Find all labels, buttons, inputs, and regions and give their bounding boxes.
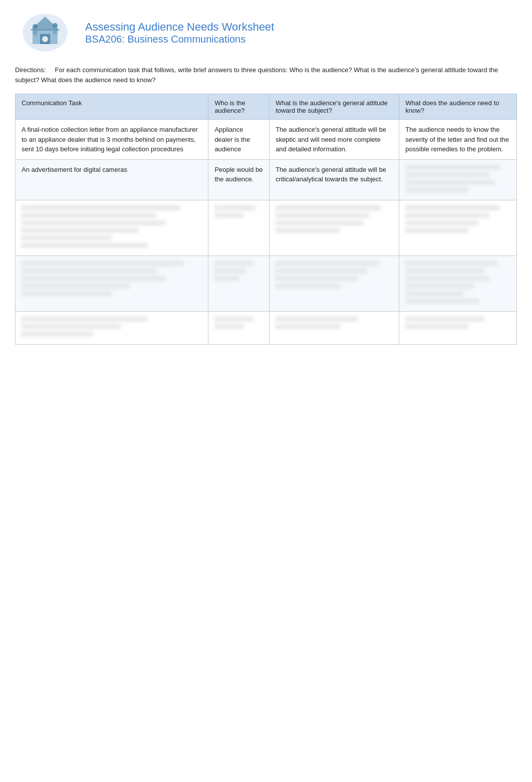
need-cell-blurred <box>399 311 517 344</box>
course-title: BSA206: Business Communications <box>85 34 274 45</box>
task-cell-blurred <box>16 311 208 344</box>
table-row: An advertisement for digital cameras Peo… <box>16 159 517 200</box>
audience-cell-blurred <box>208 311 270 344</box>
directions-text: For each communication task that follows… <box>15 66 498 84</box>
task-cell-blurred <box>16 200 208 255</box>
attitude-cell: The audience's general attitude will be … <box>270 120 399 160</box>
need-cell: The audience needs to know the severity … <box>399 120 517 160</box>
audience-cell-blurred <box>208 255 270 311</box>
attitude-cell-blurred <box>270 200 399 255</box>
task-cell-blurred <box>16 255 208 311</box>
audience-cell: People would be the audience. <box>208 159 270 200</box>
task-cell: A final-notice collection letter from an… <box>16 120 208 160</box>
attitude-cell-blurred <box>270 255 399 311</box>
col-header-attitude: What is the audience's general attitude … <box>270 94 399 120</box>
col-header-need: What does the audience need to know? <box>399 94 517 120</box>
table-row <box>16 311 517 344</box>
need-cell-blurred <box>399 255 517 311</box>
title-area: Assessing Audience Needs Worksheet BSA20… <box>85 21 274 45</box>
page-header: Assessing Audience Needs Worksheet BSA20… <box>15 10 517 55</box>
table-row <box>16 200 517 255</box>
svg-point-7 <box>33 28 38 36</box>
worksheet-title: Assessing Audience Needs Worksheet <box>85 21 274 34</box>
table-row <box>16 255 517 311</box>
directions: Directions: For each communication task … <box>15 65 517 85</box>
attitude-cell-blurred <box>270 311 399 344</box>
svg-point-8 <box>53 27 58 35</box>
svg-point-4 <box>42 36 48 42</box>
need-cell <box>399 159 517 200</box>
worksheet-table: Communication Task Who is the audience? … <box>15 94 517 345</box>
directions-label: Directions: <box>15 66 46 74</box>
need-cell-blurred <box>399 200 517 255</box>
attitude-cell: The audience's general attitude will be … <box>270 159 399 200</box>
task-cell: An advertisement for digital cameras <box>16 159 208 200</box>
col-header-audience: Who is the audience? <box>208 94 270 120</box>
table-row: A final-notice collection letter from an… <box>16 120 517 160</box>
logo <box>15 10 75 55</box>
audience-cell: Appliance dealer is the audience <box>208 120 270 160</box>
audience-cell-blurred <box>208 200 270 255</box>
table-header-row: Communication Task Who is the audience? … <box>16 94 517 120</box>
col-header-task: Communication Task <box>16 94 208 120</box>
